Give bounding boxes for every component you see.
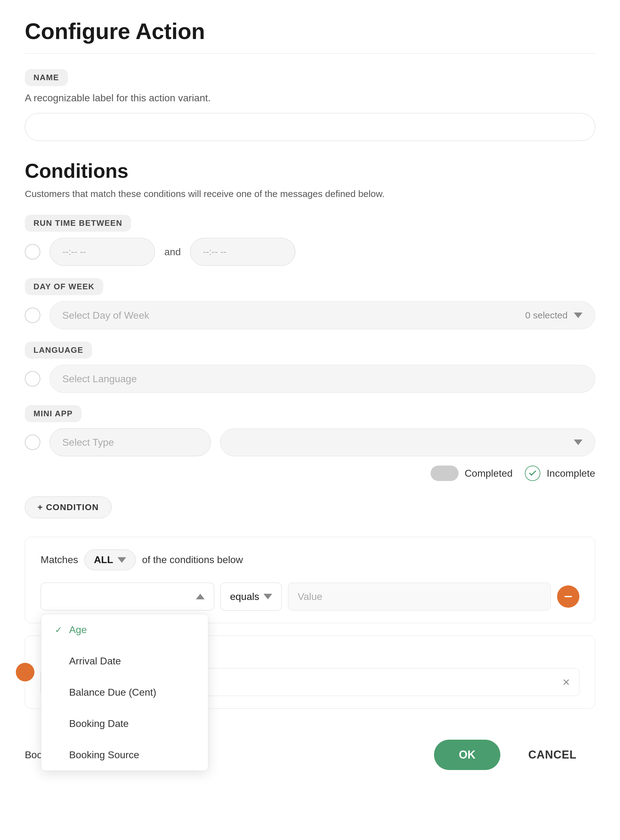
language-label: LANGUAGE bbox=[25, 342, 92, 358]
matches-row: Matches ALL of the conditions below bbox=[41, 549, 579, 570]
and-text: and bbox=[164, 246, 181, 258]
matches-prefix: Matches bbox=[41, 554, 78, 566]
name-label: NAME bbox=[25, 69, 68, 86]
incomplete-label: Incomplete bbox=[546, 468, 595, 479]
all-dropdown[interactable]: ALL bbox=[84, 549, 136, 570]
select-type-input[interactable]: Select Type bbox=[50, 428, 211, 456]
language-select[interactable]: Select Language bbox=[50, 365, 595, 393]
filter-chevron-icon bbox=[196, 594, 205, 599]
dropdown-item-booking-date[interactable]: Booking Date bbox=[41, 708, 208, 740]
day-selected-badge: 0 selected bbox=[525, 310, 567, 321]
day-of-week-checkbox[interactable] bbox=[25, 308, 40, 323]
equals-dropdown[interactable]: equals bbox=[220, 583, 282, 610]
dropdown-item-age[interactable]: ✓ Age bbox=[41, 614, 208, 645]
completed-toggle-item: Completed bbox=[430, 465, 513, 481]
incomplete-toggle[interactable] bbox=[525, 465, 540, 481]
time-input-1[interactable]: --:-- -- bbox=[50, 238, 155, 266]
matches-suffix: of the conditions below bbox=[142, 554, 243, 566]
completed-label: Completed bbox=[465, 468, 513, 479]
run-time-checkbox[interactable] bbox=[25, 244, 40, 260]
clear-search-icon[interactable]: × bbox=[563, 675, 570, 689]
cancel-button[interactable]: CANCEL bbox=[510, 740, 595, 770]
filter-dropdown-menu: ✓ Age Arrival Date Balance Due (Cent) Bo… bbox=[41, 614, 208, 771]
mini-app-checkbox[interactable] bbox=[25, 435, 40, 450]
conditions-title: Conditions bbox=[25, 159, 595, 182]
dropdown-item-balance-due[interactable]: Balance Due (Cent) bbox=[41, 677, 208, 708]
mini-app-chevron-icon bbox=[574, 440, 582, 445]
run-time-label: RUN TIME BETWEEN bbox=[25, 214, 131, 232]
age-check-icon: ✓ bbox=[54, 626, 63, 634]
svg-rect-0 bbox=[564, 596, 572, 597]
dropdown-item-arrival-date[interactable]: Arrival Date bbox=[41, 645, 208, 677]
all-chevron-icon bbox=[117, 557, 126, 563]
orange-circle-indicator bbox=[16, 663, 35, 681]
filter-select[interactable]: ✓ Age Arrival Date Balance Due (Cent) Bo… bbox=[41, 583, 214, 610]
matches-box: Matches ALL of the conditions below ✓ Ag… bbox=[25, 537, 595, 623]
equals-chevron-icon bbox=[263, 594, 272, 599]
ok-button[interactable]: OK bbox=[434, 740, 500, 770]
language-row: Select Language bbox=[25, 365, 595, 393]
incomplete-toggle-item: Incomplete bbox=[525, 465, 595, 481]
time-input-2[interactable]: --:-- -- bbox=[190, 238, 295, 266]
dropdown-item-booking-source[interactable]: Booking Source bbox=[41, 740, 208, 771]
add-condition-button[interactable]: + CONDITION bbox=[25, 496, 111, 518]
day-of-week-select[interactable]: Select Day of Week 0 selected bbox=[50, 302, 595, 329]
run-time-row: --:-- -- and --:-- -- bbox=[25, 238, 595, 266]
condition-filter-row: ✓ Age Arrival Date Balance Due (Cent) Bo… bbox=[41, 583, 579, 610]
page-title: Configure Action bbox=[25, 19, 595, 44]
mini-app-row: Select Type bbox=[25, 428, 595, 456]
day-chevron-icon bbox=[574, 312, 582, 318]
mini-app-label: MINI APP bbox=[25, 405, 81, 422]
toggle-row: Completed Incomplete bbox=[25, 465, 595, 481]
day-of-week-row: Select Day of Week 0 selected bbox=[25, 302, 595, 329]
name-input[interactable] bbox=[25, 113, 595, 141]
completed-toggle[interactable] bbox=[430, 465, 459, 481]
remove-filter-button[interactable] bbox=[557, 585, 579, 608]
language-checkbox[interactable] bbox=[25, 371, 40, 387]
mini-app-dropdown[interactable] bbox=[220, 428, 595, 456]
name-description: A recognizable label for this action var… bbox=[25, 92, 595, 104]
divider bbox=[25, 53, 595, 54]
value-input[interactable]: Value bbox=[288, 583, 551, 610]
day-of-week-label: DAY OF WEEK bbox=[25, 278, 103, 295]
conditions-description: Customers that match these conditions wi… bbox=[25, 189, 595, 199]
